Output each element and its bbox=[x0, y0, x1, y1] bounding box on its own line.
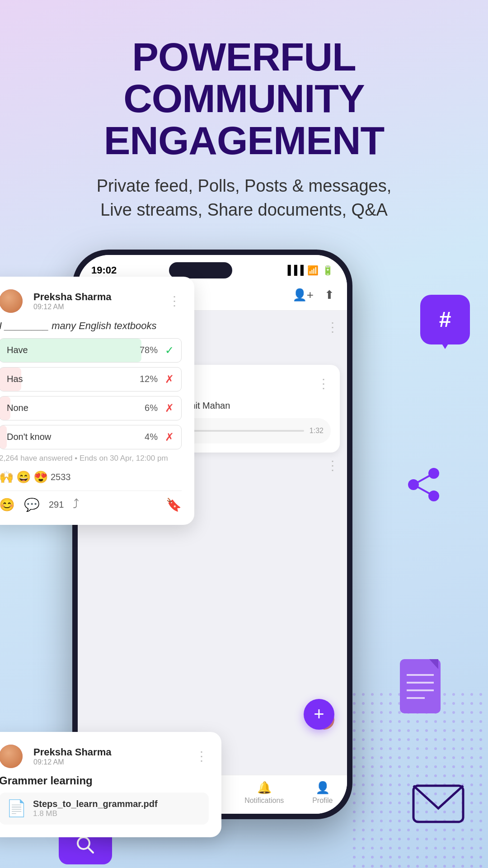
doc-time: 09:12 AM bbox=[33, 758, 111, 766]
doc-card: Preksha Sharma 09:12 AM ⋮ Grammer learni… bbox=[0, 732, 221, 837]
poll-avatar bbox=[0, 289, 23, 313]
phone-area: # Preksha Sharma 09:12 AM bbox=[0, 250, 488, 868]
poll-footer: 2,264 have answered • Ends on 30 Apr, 12… bbox=[0, 454, 182, 463]
poll-username: Preksha Sharma bbox=[33, 291, 111, 303]
content-more-dots[interactable]: ⋮ bbox=[326, 320, 340, 335]
purple-doc-decoration bbox=[398, 659, 443, 720]
content-more-dots-2[interactable]: ⋮ bbox=[326, 458, 340, 473]
nav-profile[interactable]: 👤 Profile bbox=[312, 781, 333, 805]
poll-time: 09:12 AM bbox=[33, 303, 111, 311]
poll-user-row: Preksha Sharma 09:12 AM ⋮ bbox=[0, 289, 182, 313]
hero-title: POWERFUL COMMUNITY ENGAGEMENT bbox=[27, 36, 461, 161]
poll-option-have[interactable]: Have 78% ✓ bbox=[0, 338, 182, 363]
profile-icon: 👤 bbox=[315, 781, 330, 795]
doc-file-info: Steps_to_learn_grammar.pdf 1.8 MB bbox=[33, 799, 158, 818]
poll-actions: 😊 💬 291 ⤴ 🔖 bbox=[0, 491, 182, 512]
svg-line-7 bbox=[413, 473, 434, 485]
poll-more-button[interactable]: ⋮ bbox=[168, 293, 182, 308]
reaction-count: 2533 bbox=[51, 472, 71, 482]
svg-marker-3 bbox=[441, 342, 450, 349]
poll-option-dontknow[interactable]: Don't know 4% ✗ bbox=[0, 425, 182, 449]
nav-notifications[interactable]: 🔔 Notifications bbox=[244, 781, 284, 805]
correct-icon: ✓ bbox=[165, 344, 174, 357]
poll-option-none[interactable]: None 6% ✗ bbox=[0, 396, 182, 420]
fab-button[interactable]: + bbox=[304, 699, 334, 730]
bookmark-icon[interactable]: 🔖 bbox=[166, 497, 182, 512]
wrong-icon-has: ✗ bbox=[165, 373, 174, 386]
hero-section: POWERFUL COMMUNITY ENGAGEMENT Private fe… bbox=[0, 0, 488, 241]
doc-more-button[interactable]: ⋮ bbox=[195, 749, 209, 764]
doc-username: Preksha Sharma bbox=[33, 746, 111, 758]
battery-icon: 🔋 bbox=[322, 265, 333, 276]
wrong-icon-dontknow: ✗ bbox=[165, 431, 174, 443]
nav-notifications-label: Notifications bbox=[244, 797, 284, 805]
doc-filesize: 1.8 MB bbox=[33, 809, 158, 818]
doc-user-row: Preksha Sharma 09:12 AM ⋮ bbox=[0, 745, 209, 768]
poll-card: Preksha Sharma 09:12 AM ⋮ I ________ man… bbox=[0, 277, 194, 525]
add-user-icon[interactable]: 👤+ bbox=[292, 288, 314, 302]
share-header-icon[interactable]: ⬆ bbox=[324, 288, 334, 302]
file-icon: 📄 bbox=[6, 799, 27, 818]
svg-line-17 bbox=[88, 848, 93, 853]
poll-option-has[interactable]: Has 12% ✗ bbox=[0, 367, 182, 392]
wifi-icon: 📶 bbox=[307, 265, 319, 276]
svg-line-8 bbox=[413, 485, 434, 496]
msg-more-button[interactable]: ⋮ bbox=[317, 376, 331, 391]
poll-question: I ________ many English textbooks bbox=[0, 320, 182, 332]
notifications-icon: 🔔 bbox=[257, 781, 272, 795]
wrong-icon-none: ✗ bbox=[165, 402, 174, 415]
doc-title: Grammer learning bbox=[0, 774, 209, 787]
hashtag-decoration: # bbox=[420, 295, 470, 344]
svg-rect-9 bbox=[400, 659, 441, 713]
poll-reactions: 🙌 😄 😍 2533 bbox=[0, 470, 182, 484]
signal-icon: ▐▐▐ bbox=[284, 265, 304, 275]
share-icon[interactable]: ⤴ bbox=[73, 497, 79, 512]
nav-profile-label: Profile bbox=[312, 797, 333, 805]
mail-decoration bbox=[411, 781, 465, 828]
phone-notch bbox=[169, 262, 232, 278]
like-icon[interactable]: 😊 bbox=[0, 497, 15, 512]
status-time: 19:02 bbox=[91, 264, 117, 276]
comment-count: 291 bbox=[49, 500, 64, 510]
doc-avatar bbox=[0, 745, 23, 768]
hero-subtitle: Private feed, Polls, Posts & messages, L… bbox=[27, 174, 461, 222]
audio-duration: 1:32 bbox=[310, 427, 324, 435]
comment-icon[interactable]: 💬 bbox=[24, 497, 40, 512]
header-icons: 👤+ ⬆ bbox=[292, 288, 334, 302]
doc-file-row[interactable]: 📄 Steps_to_learn_grammar.pdf 1.8 MB bbox=[0, 793, 209, 825]
doc-filename: Steps_to_learn_grammar.pdf bbox=[33, 799, 158, 809]
status-icons: ▐▐▐ 📶 🔋 bbox=[284, 265, 333, 276]
share-decoration bbox=[407, 467, 443, 505]
